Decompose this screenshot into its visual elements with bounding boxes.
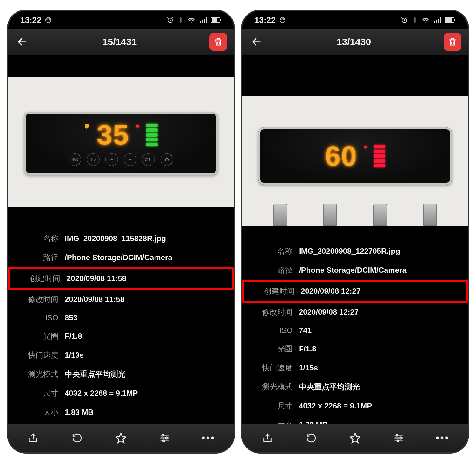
info-value-modify-time: 2020/09/08 11:58 xyxy=(65,295,124,304)
svg-point-11 xyxy=(166,437,168,439)
phone-screenshot-right: 13:22 13/1430 60 xyxy=(241,10,469,454)
adjust-button[interactable] xyxy=(389,428,408,448)
svg-point-10 xyxy=(162,434,164,436)
star-icon xyxy=(349,432,361,444)
info-value-filesize: 1.70 MB xyxy=(299,421,328,424)
exif-info-panel[interactable]: 名称 IMG_20200908_115828R.jpg 路径 /Phone St… xyxy=(8,229,234,424)
phone-screenshot-left: 13:22 15/1431 ⛊ 35 xyxy=(7,10,235,454)
status-nfc-icon xyxy=(45,16,52,23)
appliance-up-button xyxy=(105,153,118,166)
rotate-button[interactable] xyxy=(302,428,321,448)
svg-rect-8 xyxy=(220,19,221,21)
info-value-create-time: 2020/09/08 11:58 xyxy=(67,274,126,283)
photo-gap xyxy=(8,207,234,229)
favorite-button[interactable] xyxy=(111,428,130,448)
back-arrow-icon xyxy=(17,36,28,47)
alarm-icon xyxy=(400,16,408,24)
info-label: 创建时间 xyxy=(253,286,294,296)
info-label: 修改时间 xyxy=(251,307,293,317)
info-row-iso: ISO 741 xyxy=(242,322,468,339)
appliance-timer-button: 定时 xyxy=(142,153,155,166)
status-time: 13:22 xyxy=(20,15,42,25)
appliance-display-panel: 60 xyxy=(258,127,452,185)
exif-info-panel[interactable]: 名称 IMG_20200908_122705R.jpg 路径 /Phone St… xyxy=(242,242,468,424)
back-button[interactable] xyxy=(249,34,264,49)
svg-rect-3 xyxy=(202,20,203,23)
info-label: 快门速度 xyxy=(251,363,293,373)
appliance-power-button xyxy=(161,153,173,166)
info-value-create-time: 2020/09/08 12:27 xyxy=(301,287,360,296)
svg-point-24 xyxy=(397,440,399,442)
wifi-icon xyxy=(421,16,430,24)
svg-rect-18 xyxy=(440,17,441,23)
star-icon xyxy=(115,432,127,444)
photo-gap xyxy=(242,226,468,242)
level-bars xyxy=(374,145,385,167)
svg-rect-15 xyxy=(434,21,435,23)
info-row-create-time: 创建时间 2020/09/08 11:58 xyxy=(8,267,234,290)
rotate-icon xyxy=(72,433,83,443)
info-value-modify-time: 2020/09/08 12:27 xyxy=(299,308,359,317)
signal-icon xyxy=(433,16,441,24)
more-icon: ••• xyxy=(202,433,215,443)
status-icons xyxy=(166,16,221,24)
dot-indicator-icon xyxy=(364,146,367,148)
info-label: 尺寸 xyxy=(251,401,293,411)
appliance-display-panel: ⛊ 35 模式 中温 定时 xyxy=(24,112,218,175)
info-row-aperture: 光圈 F/1.8 xyxy=(242,339,468,358)
photo-viewport[interactable]: 60 xyxy=(242,55,468,226)
info-row-filesize: 大小 1.70 MB xyxy=(242,415,468,424)
svg-rect-21 xyxy=(454,19,455,21)
temperature-readout: 35 xyxy=(97,121,129,149)
info-row-create-time: 创建时间 2020/09/08 12:27 xyxy=(242,280,468,303)
status-icons xyxy=(400,16,456,24)
dot-indicator-icon xyxy=(136,125,139,128)
status-nfc-icon xyxy=(279,16,286,23)
photo-viewport[interactable]: ⛊ 35 模式 中温 定时 xyxy=(8,55,234,207)
info-label: ISO xyxy=(251,326,293,335)
adjust-button[interactable] xyxy=(155,428,174,448)
info-label: 测光模式 xyxy=(17,369,58,379)
bluetooth-icon xyxy=(412,16,418,24)
info-label: 创建时间 xyxy=(19,273,60,284)
info-row-shutter: 快门速度 1/15s xyxy=(242,358,468,377)
info-value-metering: 中央重点平均测光 xyxy=(65,369,126,379)
info-row-metering: 测光模式 中央重点平均测光 xyxy=(8,365,234,384)
info-label: 大小 xyxy=(251,420,293,424)
info-row-iso: ISO 853 xyxy=(8,309,234,327)
delete-button[interactable] xyxy=(209,33,227,51)
appliance-down-button xyxy=(124,153,136,166)
more-icon: ••• xyxy=(436,433,450,443)
favorite-button[interactable] xyxy=(346,428,365,448)
info-row-shutter: 快门速度 1/13s xyxy=(8,346,234,365)
svg-rect-16 xyxy=(436,20,437,23)
back-button[interactable] xyxy=(15,34,30,49)
share-button[interactable] xyxy=(258,428,277,448)
info-label: 快门速度 xyxy=(17,350,58,360)
info-value-name: IMG_20200908_115828R.jpg xyxy=(65,234,166,243)
info-row-size: 尺寸 4032 x 2268 = 9.1MP xyxy=(8,384,234,403)
info-value-iso: 741 xyxy=(299,326,312,335)
info-value-path: /Phone Storage/DCIM/Camera xyxy=(65,253,172,262)
rotate-button[interactable] xyxy=(68,428,87,448)
wifi-icon xyxy=(187,16,195,24)
share-icon xyxy=(28,433,39,443)
delete-button[interactable] xyxy=(444,33,461,51)
info-row-modify-time: 修改时间 2020/09/08 12:27 xyxy=(242,303,468,322)
info-value-dimensions: 4032 x 2268 = 9.1MP xyxy=(299,402,372,410)
info-value-aperture: F/1.8 xyxy=(65,332,82,341)
info-row-name: 名称 IMG_20200908_122705R.jpg xyxy=(242,242,468,261)
temperature-readout: 60 xyxy=(325,142,357,170)
info-row-aperture: 光圈 F/1.8 xyxy=(8,327,234,346)
info-row-modify-time: 修改时间 2020/09/08 11:58 xyxy=(8,290,234,309)
svg-point-22 xyxy=(396,434,398,436)
status-bar: 13:22 xyxy=(242,11,468,29)
svg-point-23 xyxy=(400,437,402,439)
more-button[interactable]: ••• xyxy=(433,428,452,448)
status-time: 13:22 xyxy=(255,15,276,25)
info-value-shutter: 1/15s xyxy=(299,363,318,372)
photo-content: 60 xyxy=(242,96,468,226)
more-button[interactable]: ••• xyxy=(199,428,218,448)
share-button[interactable] xyxy=(24,428,43,448)
info-row-name: 名称 IMG_20200908_115828R.jpg xyxy=(8,229,234,248)
